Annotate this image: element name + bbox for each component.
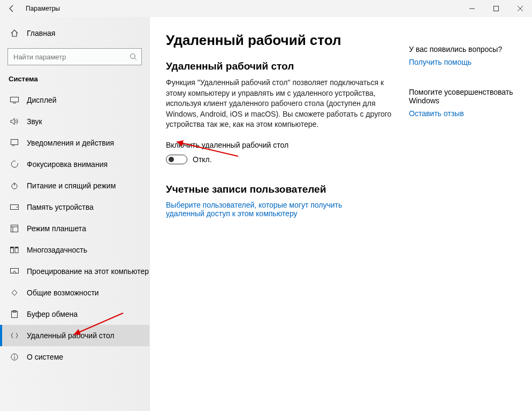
toggle-state-text: Откл. [193,155,212,164]
category-heading: Система [0,75,149,83]
nav-label: Удаленный рабочий стол [27,331,115,340]
nav-label: Буфер обмена [27,310,78,318]
display-icon [10,97,19,103]
title-bar: Параметры [0,0,532,17]
nav-label: Дисплей [27,96,57,104]
nav-item-sound[interactable]: Звук [0,111,149,132]
nav-item-tablet[interactable]: Режим планшета [0,218,149,239]
help-question: У вас появились вопросы? [409,45,516,54]
nav-item-notifications[interactable]: Уведомления и действия [0,132,149,154]
improve-text: Помогите усовершенствовать Windows [409,88,516,105]
nav-item-focus[interactable]: Фокусировка внимания [0,154,149,175]
nav-item-storage[interactable]: Память устройства [0,196,149,218]
nav-label: Уведомления и действия [27,139,114,147]
sound-icon [10,118,19,125]
svg-line-5 [135,58,137,60]
notifications-icon [10,139,19,147]
search-input[interactable] [8,49,125,65]
nav-label: Общие возможности [27,288,99,297]
svg-rect-17 [11,247,13,248]
svg-rect-19 [16,247,18,248]
select-users-link[interactable]: Выберите пользователей, которые могут по… [166,201,369,218]
window-title: Параметры [24,5,460,12]
nav-list: Дисплей Звук Уведомления и действия Фоку… [0,89,149,368]
about-icon [10,353,19,361]
minimize-button[interactable] [460,0,484,17]
page-title: Удаленный рабочий стол [166,32,393,49]
nav-item-remote-desktop[interactable]: Удаленный рабочий стол [0,325,149,346]
focus-icon [10,161,19,168]
nav-item-display[interactable]: Дисплей [0,89,149,111]
svg-rect-13 [11,225,18,232]
projection-icon [10,268,19,275]
back-button[interactable] [0,0,24,17]
window-controls [460,0,532,17]
svg-rect-1 [493,6,498,11]
nav-item-shared[interactable]: Общие возможности [0,282,149,303]
home-label: Главная [27,29,55,37]
storage-icon [10,204,19,210]
nav-label: Звук [27,117,42,126]
search-box[interactable] [7,48,142,65]
nav-label: Проецирование на этот компьютер [27,267,149,276]
feedback-link[interactable]: Оставить отзыв [409,109,516,118]
enable-remote-toggle[interactable] [166,155,187,164]
close-button[interactable] [508,0,532,17]
nav-label: Питание и спящий режим [27,181,116,190]
nav-item-clipboard[interactable]: Буфер обмена [0,303,149,325]
aside-panel: У вас появились вопросы? Получить помощь… [393,32,516,411]
home-icon [10,29,19,37]
tablet-icon [10,225,19,232]
svg-point-25 [14,355,15,356]
clipboard-icon [10,310,19,318]
remote-icon [10,332,19,339]
nav-item-multitask[interactable]: Многозадачность [0,239,149,261]
home-button[interactable]: Главная [0,22,149,44]
nav-label: Фокусировка внимания [27,160,108,169]
search-icon [125,53,141,60]
section-heading-remote: Удаленный рабочий стол [166,60,393,72]
svg-point-4 [131,54,135,59]
nav-label: Память устройства [27,203,94,211]
svg-point-12 [17,207,18,208]
get-help-link[interactable]: Получить помощь [409,58,516,66]
enable-remote-label: Включить удаленный рабочий стол [166,141,393,149]
nav-label: О системе [27,353,63,361]
power-icon [10,182,19,189]
main-content: Удаленный рабочий стол Удаленный рабочий… [150,17,532,411]
nav-item-about[interactable]: О системе [0,346,149,368]
svg-rect-6 [11,97,19,102]
nav-item-projection[interactable]: Проецирование на этот компьютер [0,261,149,282]
nav-item-power[interactable]: Питание и спящий режим [0,175,149,196]
nav-label: Многозадачность [27,246,87,254]
nav-label: Режим планшета [27,224,86,233]
svg-rect-8 [11,140,18,145]
section-heading-users: Учетные записи пользователей [166,184,393,195]
description-text: Функция "Удаленный рабочий стол" позволя… [166,78,393,130]
toggle-knob [169,157,174,162]
shared-icon [10,289,19,296]
multitask-icon [10,247,19,253]
maximize-button[interactable] [484,0,508,17]
sidebar: Главная Система Дисплей Звук Уведомления… [0,17,150,411]
